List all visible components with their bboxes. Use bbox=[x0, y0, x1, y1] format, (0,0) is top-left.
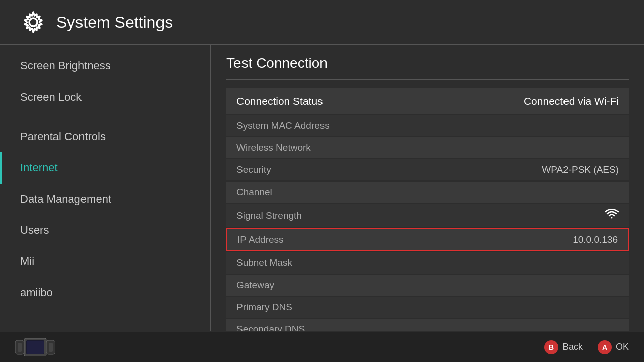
row-secondary-dns: Secondary DNS bbox=[226, 319, 629, 331]
content-divider bbox=[226, 79, 629, 80]
back-label: Back bbox=[562, 342, 583, 352]
svg-rect-7 bbox=[27, 341, 44, 354]
sidebar-item-screen-lock[interactable]: Screen Lock bbox=[0, 81, 210, 113]
row-wireless-network: Wireless Network bbox=[226, 137, 629, 158]
sidebar-item-screen-brightness[interactable]: Screen Brightness bbox=[0, 50, 210, 81]
sidebar-item-parental-controls[interactable]: Parental Controls bbox=[0, 121, 210, 152]
secondary-dns-label: Secondary DNS bbox=[236, 324, 305, 331]
security-label: Security bbox=[236, 164, 271, 175]
svg-point-0 bbox=[29, 18, 37, 26]
wireless-network-label: Wireless Network bbox=[236, 142, 311, 153]
ip-address-label: IP Address bbox=[237, 234, 284, 245]
gateway-label: Gateway bbox=[236, 280, 274, 291]
connection-status-header: Connection Status Connected via Wi-Fi bbox=[226, 88, 629, 114]
channel-label: Channel bbox=[236, 187, 272, 198]
row-subnet-mask: Subnet Mask bbox=[226, 252, 629, 274]
row-mac-address: System MAC Address bbox=[226, 115, 629, 136]
svg-rect-2 bbox=[18, 343, 22, 352]
sidebar-item-mii[interactable]: Mii bbox=[0, 246, 210, 277]
row-security: Security WPA2-PSK (AES) bbox=[226, 159, 629, 180]
primary-dns-label: Primary DNS bbox=[236, 302, 292, 313]
connection-status-value: Connected via Wi-Fi bbox=[524, 95, 619, 107]
sidebar: Screen Brightness Screen Lock Parental C… bbox=[0, 45, 211, 331]
connection-status-label: Connection Status bbox=[236, 95, 323, 107]
wifi-signal-icon bbox=[605, 209, 619, 222]
ok-button-hint[interactable]: A OK bbox=[598, 340, 629, 354]
switch-console-icon bbox=[15, 338, 55, 356]
sidebar-item-data-management[interactable]: Data Management bbox=[0, 184, 210, 215]
sidebar-item-amiibo[interactable]: amiibo bbox=[0, 277, 210, 308]
bottom-bar: B Back A OK bbox=[0, 332, 644, 362]
sidebar-divider-1 bbox=[20, 117, 190, 117]
subnet-mask-label: Subnet Mask bbox=[236, 257, 292, 268]
svg-rect-6 bbox=[49, 343, 53, 352]
row-channel: Channel bbox=[226, 182, 629, 203]
content-area: Test Connection Connection Status Connec… bbox=[211, 45, 644, 331]
row-gateway: Gateway bbox=[226, 275, 629, 296]
a-button-circle: A bbox=[598, 340, 612, 354]
ok-label: OK bbox=[616, 342, 629, 352]
row-ip-address: IP Address 10.0.0.136 bbox=[226, 228, 629, 251]
ip-address-value: 10.0.0.136 bbox=[573, 234, 618, 245]
content-title: Test Connection bbox=[226, 55, 629, 71]
info-rows: System MAC Address Wireless Network Secu… bbox=[226, 115, 629, 331]
settings-icon bbox=[20, 9, 46, 35]
mac-address-label: System MAC Address bbox=[236, 120, 330, 131]
sidebar-item-users[interactable]: Users bbox=[0, 215, 210, 246]
main-layout: Screen Brightness Screen Lock Parental C… bbox=[0, 45, 644, 331]
security-value: WPA2-PSK (AES) bbox=[542, 164, 619, 175]
sidebar-item-internet[interactable]: Internet bbox=[0, 152, 210, 184]
page-title: System Settings bbox=[56, 13, 173, 32]
header: System Settings bbox=[0, 0, 644, 45]
row-signal-strength: Signal Strength bbox=[226, 204, 629, 227]
row-primary-dns: Primary DNS bbox=[226, 297, 629, 318]
back-button-hint[interactable]: B Back bbox=[544, 340, 583, 354]
signal-strength-label: Signal Strength bbox=[236, 210, 302, 221]
b-button-circle: B bbox=[544, 340, 558, 354]
